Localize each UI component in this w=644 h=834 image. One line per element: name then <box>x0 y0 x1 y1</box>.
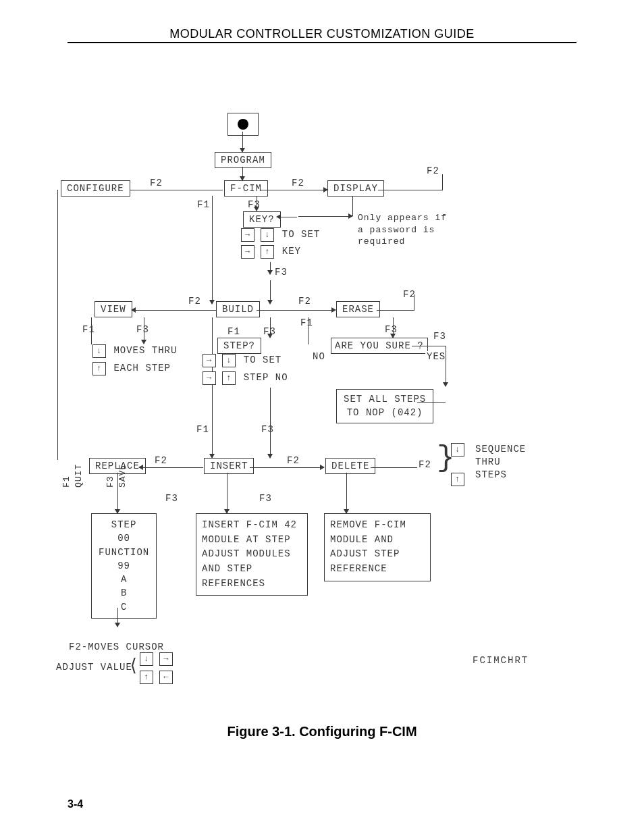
insert-box: INSERT <box>204 458 254 474</box>
key-f1: F1 <box>81 324 97 335</box>
running-header: MODULAR CONTROLLER CUSTOMIZATION GUIDE <box>68 27 576 41</box>
arrow-keys: ↓ → <box>140 652 173 666</box>
setall-box: SET ALL STEPS TO NOP (042) <box>336 389 433 423</box>
delete-box: DELETE <box>325 458 375 474</box>
page-number: 3-4 <box>68 798 83 810</box>
key-f2: F2 <box>290 178 306 188</box>
program-box: PROGRAM <box>215 152 271 168</box>
header-rule <box>68 42 576 43</box>
f1-quit: F1 QUIT <box>61 464 84 488</box>
password-note: Only appears if a password is required <box>358 212 447 248</box>
figure-code: FCIMCHRT <box>473 655 529 666</box>
fcim-box: F-CIM <box>224 180 268 197</box>
key-f3: F3 <box>164 493 180 504</box>
moves-thru: ↓ MOVES THRU <box>92 344 178 358</box>
key-f2: F2 <box>417 459 433 470</box>
f3-save: F3 SAVE <box>105 464 128 488</box>
view-box: VIEW <box>95 301 132 317</box>
step-block: STEP 00 FUNCTION 99 A B C <box>91 513 157 619</box>
brace-icon: } <box>437 443 455 473</box>
start-dot <box>238 119 248 130</box>
key-f3: F3 <box>260 424 275 435</box>
key-f2: F2 <box>149 178 164 188</box>
build-box: BUILD <box>216 301 260 317</box>
key-f2: F2 <box>286 455 301 466</box>
key-f1: F1 <box>196 199 211 210</box>
down-arrow-icon: ↑ <box>451 473 464 486</box>
step-q: STEP? <box>217 338 261 354</box>
key-f2: F2 <box>153 455 169 466</box>
figure-caption: Figure 3-1. Configuring F-CIM <box>0 724 644 739</box>
key-f1: F1 <box>195 424 211 435</box>
key-f2: F2 <box>402 289 417 300</box>
set-key: → ↑ KEY <box>241 245 302 259</box>
key-f3: F3 <box>273 267 289 278</box>
key-f2: F2 <box>187 296 203 307</box>
display-box: DISPLAY <box>327 180 384 197</box>
arrow-keys: ↑ ← <box>140 671 173 684</box>
key-f1: F1 <box>226 326 242 337</box>
cursor-label: F2-MOVES CURSOR <box>69 642 164 652</box>
sequence-label: SEQUENCE THRU STEPS <box>475 443 526 481</box>
yes-label: YES <box>425 351 447 362</box>
key-q: KEY? <box>243 211 281 228</box>
each-step: ↑ EACH STEP <box>92 362 172 375</box>
delete-block: REMOVE F-CIM MODULE AND ADJUST STEP REFE… <box>324 513 431 581</box>
key-f3: F3 <box>432 331 448 342</box>
key-f2: F2 <box>425 165 441 176</box>
key-f1: F1 <box>299 317 315 328</box>
step-no: → ↑ STEP NO <box>203 371 290 385</box>
key-f2: F2 <box>297 296 313 307</box>
insert-block: INSERT F-CIM 42 MODULE AT STEP ADJUST MO… <box>196 513 308 596</box>
set-to-set: → ↓ TO SET <box>241 228 321 242</box>
key-f3: F3 <box>135 324 151 335</box>
configure-box: CONFIGURE <box>61 180 130 197</box>
brace-icon: ⟨ <box>128 662 140 673</box>
set-to-set2: → ↓ TO SET <box>203 354 283 367</box>
adjust-label: ADJUST VALUE <box>56 662 132 673</box>
erase-box: ERASE <box>336 301 380 317</box>
no-label: NO <box>311 351 327 362</box>
key-f3: F3 <box>258 493 273 504</box>
